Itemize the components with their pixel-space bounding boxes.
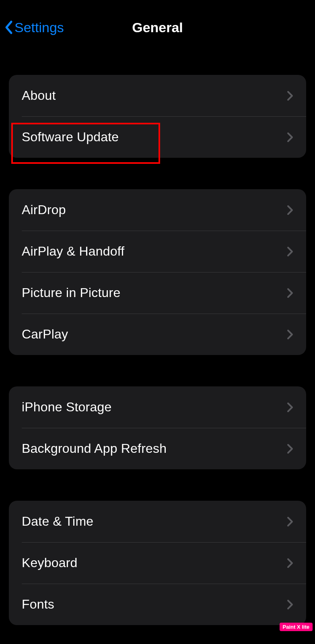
row-keyboard[interactable]: Keyboard bbox=[9, 542, 306, 584]
back-button[interactable]: Settings bbox=[0, 20, 64, 35]
chevron-right-icon bbox=[287, 329, 293, 340]
nav-bar: Settings General bbox=[0, 0, 315, 39]
row-airdrop[interactable]: AirDrop bbox=[9, 189, 306, 231]
row-about[interactable]: About bbox=[9, 75, 306, 116]
chevron-right-icon bbox=[287, 599, 293, 610]
chevron-right-icon bbox=[287, 402, 293, 413]
row-label: AirPlay & Handoff bbox=[22, 244, 124, 259]
row-label: CarPlay bbox=[22, 327, 68, 342]
row-airplay-handoff[interactable]: AirPlay & Handoff bbox=[9, 231, 306, 272]
chevron-right-icon bbox=[287, 246, 293, 257]
chevron-right-icon bbox=[287, 558, 293, 568]
row-carplay[interactable]: CarPlay bbox=[9, 314, 306, 355]
chevron-left-icon bbox=[4, 20, 13, 35]
group-2: AirDrop AirPlay & Handoff Picture in Pic… bbox=[9, 189, 306, 355]
chevron-right-icon bbox=[287, 205, 293, 215]
row-label: Date & Time bbox=[22, 514, 93, 529]
row-label: Background App Refresh bbox=[22, 441, 167, 456]
row-label: Software Update bbox=[22, 130, 119, 144]
row-label: iPhone Storage bbox=[22, 400, 111, 415]
row-label: AirDrop bbox=[22, 202, 66, 217]
group-4: Date & Time Keyboard Fonts bbox=[9, 501, 306, 625]
group-1: About Software Update bbox=[9, 75, 306, 158]
row-label: Fonts bbox=[22, 597, 54, 612]
settings-content: About Software Update AirDrop AirPlay & … bbox=[0, 39, 315, 625]
row-date-time[interactable]: Date & Time bbox=[9, 501, 306, 542]
row-picture-in-picture[interactable]: Picture in Picture bbox=[9, 272, 306, 314]
row-fonts[interactable]: Fonts bbox=[9, 584, 306, 625]
chevron-right-icon bbox=[287, 444, 293, 454]
chevron-right-icon bbox=[287, 288, 293, 298]
chevron-right-icon bbox=[287, 91, 293, 101]
row-label: About bbox=[22, 88, 56, 103]
row-label: Keyboard bbox=[22, 555, 78, 570]
row-label: Picture in Picture bbox=[22, 285, 120, 300]
group-3: iPhone Storage Background App Refresh bbox=[9, 386, 306, 469]
watermark-badge: Paint X lite bbox=[280, 623, 313, 631]
chevron-right-icon bbox=[287, 516, 293, 527]
row-software-update[interactable]: Software Update bbox=[9, 116, 306, 158]
row-iphone-storage[interactable]: iPhone Storage bbox=[9, 386, 306, 428]
back-label: Settings bbox=[14, 20, 64, 35]
chevron-right-icon bbox=[287, 132, 293, 142]
row-background-app-refresh[interactable]: Background App Refresh bbox=[9, 428, 306, 469]
